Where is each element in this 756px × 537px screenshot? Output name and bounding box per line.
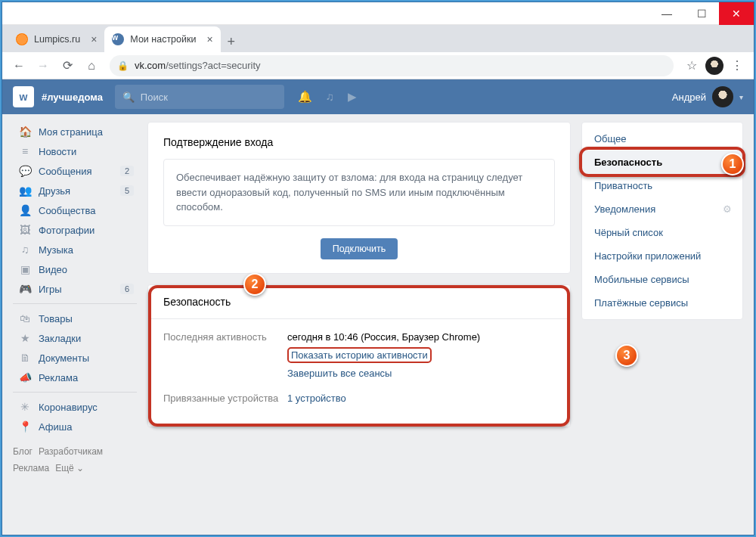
browser-menu-button[interactable]: ⋮ (727, 55, 748, 76)
devices-label: Привязанные устройства (163, 393, 287, 404)
pin-icon: 📍 (17, 421, 33, 433)
vk-user-menu[interactable]: Андрей ▾ (672, 86, 743, 107)
nav-market[interactable]: 🛍Товары (13, 309, 137, 328)
footer-dev[interactable]: Разработчикам (39, 446, 103, 457)
browser-tabstrip: Lumpics.ru × w Мои настройки × + (2, 25, 754, 52)
nav-reload-button[interactable]: ⟳ (57, 55, 78, 76)
window-close-button[interactable]: ✕ (719, 2, 754, 25)
devices-link[interactable]: 1 устройство (287, 393, 346, 404)
nav-label: Реклама (39, 372, 78, 383)
nav-label: Игры (39, 284, 62, 295)
lock-icon: 🔒 (117, 61, 129, 71)
enable-two-factor-button[interactable]: Подключить (321, 238, 398, 259)
url-path: /settings?act=security (166, 60, 260, 71)
annotation-marker-2: 2 (243, 273, 266, 296)
show-activity-history-link[interactable]: Показать историю активности (287, 347, 432, 363)
home-icon: 🏠 (17, 126, 33, 138)
settings-tab-general[interactable]: Общее (582, 127, 742, 151)
nav-back-button[interactable]: ← (8, 55, 29, 76)
footer-ads[interactable]: Реклама (13, 463, 49, 473)
bookmark-icon: ★ (17, 332, 33, 344)
nav-events[interactable]: 📍Афиша (13, 417, 137, 436)
nav-label: Сообщения (39, 166, 92, 177)
tab-close-icon[interactable]: × (91, 33, 97, 45)
vk-logo-icon[interactable]: w (13, 86, 34, 107)
nav-messages[interactable]: 💬Сообщения2 (13, 161, 137, 181)
nav-label: Новости (39, 146, 76, 157)
vk-header-icons: 🔔 ♫ ▶ (298, 90, 357, 104)
window-maximize-button[interactable]: ☐ (684, 2, 719, 25)
nav-label: Сообщества (39, 205, 96, 216)
last-activity-value: сегодня в 10:46 (Россия, Браузер Chrome) (287, 331, 480, 343)
nav-games[interactable]: 🎮Игры6 (13, 279, 137, 299)
nav-label: Афиша (39, 421, 72, 433)
friends-icon: 👥 (17, 185, 33, 197)
settings-tab-blacklist[interactable]: Чёрный список (582, 221, 742, 244)
two-factor-description: Обеспечивает надёжную защиту от взлома: … (163, 159, 555, 226)
address-bar[interactable]: 🔒 vk.com/settings?act=security (110, 55, 674, 76)
music-icon[interactable]: ♫ (326, 90, 334, 104)
nav-communities[interactable]: 👤Сообщества (13, 200, 137, 220)
gear-icon[interactable]: ⚙ (723, 203, 732, 215)
nav-corona[interactable]: ✳Коронавирус (13, 397, 137, 417)
photos-icon: 🖼 (17, 224, 33, 236)
nav-forward-button[interactable]: → (33, 55, 54, 76)
settings-tab-payments[interactable]: Платёжные сервисы (582, 291, 742, 315)
new-tab-button[interactable]: + (221, 31, 242, 52)
messages-icon: 💬 (17, 165, 33, 177)
feed-icon: ≡ (17, 145, 33, 157)
footer-more[interactable]: Ещё ⌄ (55, 463, 84, 473)
settings-nav: Общее Безопасность Приватность Уведомлен… (581, 122, 743, 320)
separator (13, 303, 137, 304)
market-icon: 🛍 (17, 312, 33, 324)
favicon-vk-icon: w (112, 33, 124, 45)
nav-photos[interactable]: 🖼Фотографии (13, 220, 137, 240)
nav-bookmarks[interactable]: ★Закладки (13, 328, 137, 348)
bookmark-star-icon[interactable]: ☆ (681, 55, 702, 76)
nav-label: Коронавирус (39, 402, 98, 413)
search-input[interactable]: 🔍 Поиск (115, 85, 284, 109)
security-card-title: Безопасность (148, 285, 570, 319)
play-icon[interactable]: ▶ (348, 90, 357, 104)
annotation-marker-3: 3 (615, 344, 638, 367)
nav-ads[interactable]: 📣Реклама (13, 368, 137, 387)
two-factor-card: Подтверждение входа Обеспечивает надёжну… (147, 122, 571, 274)
end-all-sessions-link[interactable]: Завершить все сеансы (287, 368, 555, 379)
settings-tab-security[interactable]: Безопасность (582, 151, 742, 174)
games-icon: 🎮 (17, 283, 33, 295)
footer-blog[interactable]: Блог (13, 446, 33, 457)
url-host: vk.com (135, 60, 166, 71)
nav-news[interactable]: ≡Новости (13, 141, 137, 161)
settings-tab-notifications[interactable]: Уведомления⚙ (582, 197, 742, 221)
chevron-down-icon: ▾ (739, 93, 743, 101)
badge: 5 (120, 185, 134, 196)
nav-label: Друзья (39, 185, 70, 197)
browser-tab-vk-settings[interactable]: w Мои настройки × (104, 26, 220, 52)
nav-friends[interactable]: 👥Друзья5 (13, 181, 137, 200)
vk-header: w #лучшедома 🔍 Поиск 🔔 ♫ ▶ Андрей ▾ (2, 79, 754, 114)
main-content: Подтверждение входа Обеспечивает надёжну… (147, 122, 571, 527)
vk-hashtag[interactable]: #лучшедома (42, 92, 103, 103)
profile-avatar-icon[interactable] (705, 57, 723, 75)
tab-title: Lumpics.ru (34, 34, 80, 45)
nav-my-page[interactable]: 🏠Моя страница (13, 122, 137, 141)
nav-video[interactable]: ▣Видео (13, 259, 137, 279)
tab-close-icon[interactable]: × (206, 33, 212, 45)
settings-tab-mobile[interactable]: Мобильные сервисы (582, 268, 742, 291)
settings-tab-app-settings[interactable]: Настройки приложений (582, 244, 742, 268)
favicon-lumpics-icon (16, 33, 28, 45)
window-minimize-button[interactable]: — (649, 2, 684, 25)
document-icon: 🗎 (17, 352, 33, 364)
nav-label: Товары (39, 313, 73, 324)
browser-tab-lumpics[interactable]: Lumpics.ru × (8, 26, 104, 52)
nav-home-button[interactable]: ⌂ (81, 55, 102, 76)
search-icon: 🔍 (122, 92, 135, 103)
ads-icon: 📣 (17, 371, 33, 383)
notifications-icon[interactable]: 🔔 (298, 90, 312, 104)
nav-label: Закладки (39, 333, 81, 344)
nav-documents[interactable]: 🗎Документы (13, 348, 137, 368)
nav-music[interactable]: ♫Музыка (13, 240, 137, 259)
video-icon: ▣ (17, 263, 33, 275)
settings-tab-privacy[interactable]: Приватность (582, 174, 742, 197)
annotation-marker-1: 1 (721, 153, 744, 175)
